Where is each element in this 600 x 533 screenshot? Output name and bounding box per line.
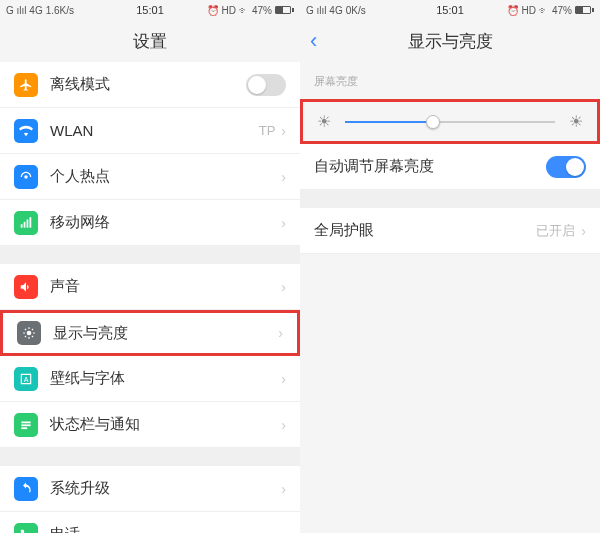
chevron-right-icon: › xyxy=(281,279,286,295)
cellular-icon xyxy=(14,211,38,235)
settings-row-update[interactable]: 系统升级› xyxy=(0,466,300,512)
row-value: TP xyxy=(259,123,276,138)
row-label: WLAN xyxy=(50,122,259,139)
battery-icon xyxy=(575,6,594,14)
airplane-toggle[interactable] xyxy=(246,74,286,96)
auto-brightness-row[interactable]: 自动调节屏幕亮度 xyxy=(300,144,600,190)
wallpaper-icon: A xyxy=(14,367,38,391)
slider-fill xyxy=(345,121,433,123)
status-time: 15:01 xyxy=(436,4,464,16)
eye-care-label: 全局护眼 xyxy=(314,221,536,240)
status-time: 15:01 xyxy=(136,4,164,16)
alarm-icon: ⏰ xyxy=(507,5,519,16)
status-bar-right: G ılıl 4G 0K/s 15:01 ⏰ HD ᯤ 47% xyxy=(300,0,600,20)
slider-thumb[interactable] xyxy=(426,115,440,129)
eye-care-value: 已开启 xyxy=(536,222,575,240)
hd-indicator: HD xyxy=(522,5,536,16)
brightness-slider[interactable] xyxy=(345,121,555,123)
settings-row-wallpaper[interactable]: A壁纸与字体› xyxy=(0,356,300,402)
chevron-right-icon: › xyxy=(281,215,286,231)
row-label: 显示与亮度 xyxy=(53,324,278,343)
chevron-right-icon: › xyxy=(281,481,286,497)
eye-care-row[interactable]: 全局护眼 已开启 › xyxy=(300,208,600,254)
row-label: 声音 xyxy=(50,277,281,296)
settings-pane: G ılıl 4G 1.6K/s 15:01 ⏰ HD ᯤ 47% 设置 离线模… xyxy=(0,0,300,533)
battery-icon xyxy=(275,6,294,14)
brightness-slider-container: ☀ ☀ xyxy=(300,99,600,144)
nav-bar-left: 设置 xyxy=(0,20,300,62)
sound-icon xyxy=(14,275,38,299)
sun-high-icon: ☀ xyxy=(569,112,583,131)
battery-pct: 47% xyxy=(552,5,572,16)
settings-row-notification[interactable]: 状态栏与通知› xyxy=(0,402,300,448)
sun-low-icon: ☀ xyxy=(317,112,331,131)
chevron-right-icon: › xyxy=(281,123,286,139)
status-bar-left: G ılıl 4G 1.6K/s 15:01 ⏰ HD ᯤ 47% xyxy=(0,0,300,20)
row-label: 电话 xyxy=(50,525,281,533)
settings-row-phone[interactable]: 电话› xyxy=(0,512,300,533)
battery-pct: 47% xyxy=(252,5,272,16)
brightness-section-label: 屏幕亮度 xyxy=(300,62,600,95)
alarm-icon: ⏰ xyxy=(207,5,219,16)
display-brightness-pane: G ılıl 4G 0K/s 15:01 ⏰ HD ᯤ 47% ‹ 显示与亮度 … xyxy=(300,0,600,533)
chevron-right-icon: › xyxy=(278,325,283,341)
settings-row-hotspot[interactable]: 个人热点› xyxy=(0,154,300,200)
row-label: 个人热点 xyxy=(50,167,281,186)
svg-point-0 xyxy=(24,175,28,179)
svg-rect-9 xyxy=(21,427,27,429)
chevron-right-icon: › xyxy=(281,527,286,534)
row-label: 壁纸与字体 xyxy=(50,369,281,388)
svg-rect-3 xyxy=(27,219,29,227)
speed-indicator: 1.6K/s xyxy=(46,5,74,16)
row-label: 离线模式 xyxy=(50,75,246,94)
wifi-icon: ᯤ xyxy=(239,5,249,16)
hd-indicator: HD xyxy=(222,5,236,16)
phone-icon xyxy=(14,523,38,534)
page-title-settings: 设置 xyxy=(133,30,167,53)
chevron-right-icon: › xyxy=(281,417,286,433)
auto-brightness-label: 自动调节屏幕亮度 xyxy=(314,157,546,176)
chevron-right-icon: › xyxy=(281,169,286,185)
svg-rect-8 xyxy=(21,424,30,426)
airplane-icon xyxy=(14,73,38,97)
svg-rect-1 xyxy=(21,224,23,228)
chevron-right-icon: › xyxy=(581,223,586,239)
settings-row-airplane[interactable]: 离线模式 xyxy=(0,62,300,108)
svg-text:A: A xyxy=(24,375,29,382)
settings-row-cellular[interactable]: 移动网络› xyxy=(0,200,300,246)
settings-row-sound[interactable]: 声音› xyxy=(0,264,300,310)
svg-rect-7 xyxy=(21,421,30,423)
notification-icon xyxy=(14,413,38,437)
settings-row-wifi[interactable]: WLANTP› xyxy=(0,108,300,154)
brightness-icon xyxy=(17,321,41,345)
wifi-icon: ᯤ xyxy=(539,5,549,16)
hotspot-icon xyxy=(14,165,38,189)
svg-point-5 xyxy=(27,331,32,336)
settings-row-brightness[interactable]: 显示与亮度› xyxy=(0,310,300,356)
auto-brightness-toggle[interactable] xyxy=(546,156,586,178)
row-label: 系统升级 xyxy=(50,479,281,498)
row-label: 移动网络 xyxy=(50,213,281,232)
update-icon xyxy=(14,477,38,501)
signal-indicator: G ılıl 4G xyxy=(306,5,343,16)
chevron-right-icon: › xyxy=(281,371,286,387)
page-title-brightness: 显示与亮度 xyxy=(408,30,493,53)
nav-bar-right: ‹ 显示与亮度 xyxy=(300,20,600,62)
svg-rect-4 xyxy=(30,217,32,228)
speed-indicator: 0K/s xyxy=(346,5,366,16)
wifi-icon xyxy=(14,119,38,143)
svg-rect-2 xyxy=(24,221,26,227)
row-label: 状态栏与通知 xyxy=(50,415,281,434)
signal-indicator: G ılıl 4G xyxy=(6,5,43,16)
back-button[interactable]: ‹ xyxy=(310,28,317,54)
